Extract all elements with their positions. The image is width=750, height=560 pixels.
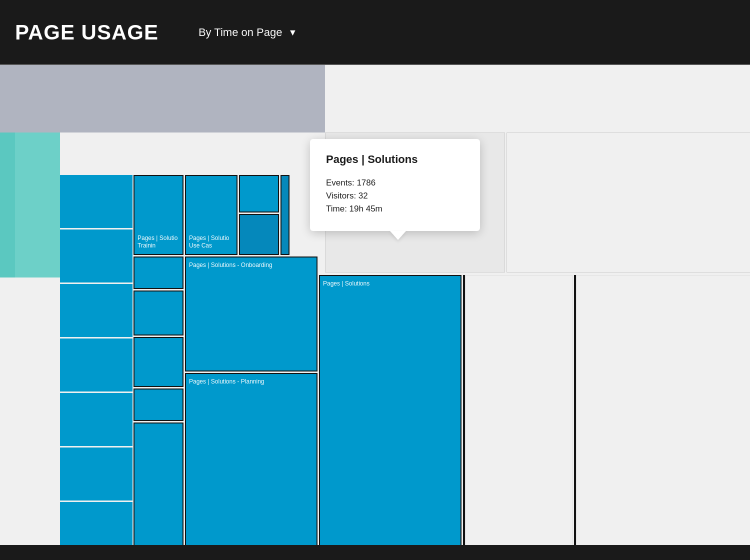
page-title: PAGE USAGE — [15, 20, 158, 44]
block-training-label: Pages | Solutio Trainin — [138, 234, 182, 250]
header: PAGE USAGE By Time on Page ▼ — [0, 0, 750, 65]
treemap-block-sm-d[interactable] — [134, 388, 184, 421]
tooltip-pointer — [390, 231, 406, 240]
treemap-block-small1[interactable] — [239, 175, 279, 212]
treemap-block-teal-2[interactable] — [15, 132, 60, 278]
treemap-block-usecase[interactable]: Pages | Solutio Use Cas — [185, 175, 238, 255]
treemap-block-training[interactable]: Pages | Solutio Trainin — [134, 175, 184, 255]
treemap-block-sm-e[interactable] — [134, 422, 184, 555]
tooltip-visitors: Visitors: 32 — [326, 191, 464, 201]
treemap-col-small — [60, 175, 132, 555]
treemap-area: Pages | Solutio Trainin Pages | Solutio … — [0, 65, 750, 560]
small-blue-5[interactable] — [60, 393, 132, 446]
tooltip-popup: Pages | Solutions Events: 1786 Visitors:… — [310, 139, 480, 231]
dropdown-label: By Time on Page — [198, 26, 282, 39]
treemap-block-onboarding[interactable]: Pages | Solutions - Onboarding — [185, 256, 318, 372]
treemap-block-planning[interactable]: Pages | Solutions - Planning — [185, 373, 318, 555]
block-solutions-label: Pages | Solutions — [323, 280, 370, 288]
treemap-block-sm-b[interactable] — [134, 290, 184, 336]
small-blue-1[interactable] — [60, 175, 132, 228]
block-usecase-label: Pages | Solutio Use Cas — [189, 234, 236, 250]
small-blue-4[interactable] — [60, 338, 132, 392]
bottom-bar — [0, 545, 750, 560]
treemap-block-gray-top[interactable] — [0, 65, 325, 132]
tooltip-events: Events: 1786 — [326, 178, 464, 188]
small-blue-3[interactable] — [60, 284, 132, 337]
tooltip-time: Time: 19h 45m — [326, 204, 464, 214]
chevron-down-icon: ▼ — [288, 28, 297, 38]
block-onboarding-label: Pages | Solutions - Onboarding — [189, 262, 272, 270]
treemap-block-sm-c[interactable] — [134, 337, 184, 387]
treemap-block-gray-right-2[interactable] — [506, 132, 750, 272]
treemap-block-far-right-top[interactable] — [465, 275, 572, 555]
tooltip-title: Pages | Solutions — [326, 153, 464, 166]
sort-dropdown[interactable]: By Time on Page ▼ — [198, 26, 297, 39]
small-blue-6[interactable] — [60, 448, 132, 500]
treemap-block-solutions-main[interactable]: Pages | Solutions — [319, 275, 462, 555]
treemap-block-sm-a[interactable] — [134, 256, 184, 289]
treemap-block-small2[interactable] — [239, 214, 279, 255]
block-planning-label: Pages | Solutions - Planning — [189, 378, 264, 386]
treemap-block-teal-1[interactable] — [0, 132, 15, 278]
treemap-block-tiny[interactable] — [280, 175, 290, 255]
small-blue-2[interactable] — [60, 230, 132, 282]
treemap-block-far-right-bottom[interactable] — [576, 275, 750, 555]
